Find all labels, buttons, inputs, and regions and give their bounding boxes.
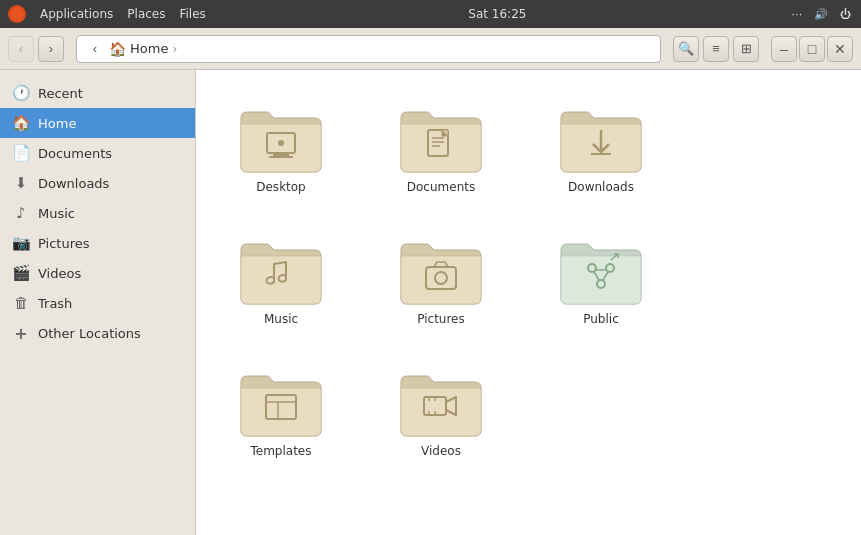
window-controls: – □ ✕ bbox=[771, 36, 853, 62]
sidebar-label-documents: Documents bbox=[38, 146, 112, 161]
recent-icon: 🕐 bbox=[12, 84, 30, 102]
documents-icon: 📄 bbox=[12, 144, 30, 162]
templates-folder-icon bbox=[236, 362, 326, 438]
sidebar-item-downloads[interactable]: ⬇ Downloads bbox=[0, 168, 195, 198]
sidebar-item-music[interactable]: ♪ Music bbox=[0, 198, 195, 228]
places-menu[interactable]: Places bbox=[127, 7, 165, 21]
close-button[interactable]: ✕ bbox=[827, 36, 853, 62]
public-folder-icon bbox=[556, 230, 646, 306]
toolbar: ‹ › ‹ 🏠 Home › 🔍 ≡ ⊞ – □ ✕ bbox=[0, 28, 861, 70]
power-icon[interactable]: ⏻ bbox=[837, 6, 853, 22]
sidebar-item-videos[interactable]: 🎬 Videos bbox=[0, 258, 195, 288]
sidebar-label-downloads: Downloads bbox=[38, 176, 109, 191]
home-icon: 🏠 bbox=[109, 41, 126, 57]
sidebar-item-documents[interactable]: 📄 Documents bbox=[0, 138, 195, 168]
public-label: Public bbox=[583, 312, 619, 326]
sidebar-label-pictures: Pictures bbox=[38, 236, 89, 251]
sidebar-label-trash: Trash bbox=[38, 296, 72, 311]
sidebar-label-music: Music bbox=[38, 206, 75, 221]
volume-icon[interactable]: 🔊 bbox=[813, 6, 829, 22]
desktop-label: Desktop bbox=[256, 180, 306, 194]
file-item-templates[interactable]: Templates bbox=[216, 354, 346, 466]
svg-rect-2 bbox=[269, 156, 293, 158]
location-text: Home bbox=[130, 41, 168, 56]
ubuntu-logo[interactable] bbox=[8, 5, 26, 23]
back-button[interactable]: ‹ bbox=[8, 36, 34, 62]
svg-point-3 bbox=[278, 140, 284, 146]
file-item-pictures[interactable]: Pictures bbox=[376, 222, 506, 334]
home-sidebar-icon: 🏠 bbox=[12, 114, 30, 132]
file-manager-window: ‹ › ‹ 🏠 Home › 🔍 ≡ ⊞ – □ ✕ 🕐 Recent bbox=[0, 28, 861, 535]
documents-label: Documents bbox=[407, 180, 475, 194]
system-time: Sat 16:25 bbox=[468, 7, 526, 21]
downloads-icon: ⬇ bbox=[12, 174, 30, 192]
desktop-folder-icon bbox=[236, 98, 326, 174]
file-item-downloads[interactable]: Downloads bbox=[536, 90, 666, 202]
sidebar-item-trash[interactable]: 🗑 Trash bbox=[0, 288, 195, 318]
file-item-music[interactable]: Music bbox=[216, 222, 346, 334]
music-label: Music bbox=[264, 312, 298, 326]
sidebar-label-home: Home bbox=[38, 116, 76, 131]
system-bar-right: ⋯ 🔊 ⏻ bbox=[789, 6, 853, 22]
system-bar: Applications Places Files Sat 16:25 ⋯ 🔊 … bbox=[0, 0, 861, 28]
minimize-button[interactable]: – bbox=[771, 36, 797, 62]
pictures-icon: 📷 bbox=[12, 234, 30, 252]
maximize-button[interactable]: □ bbox=[799, 36, 825, 62]
view-grid-button[interactable]: ⊞ bbox=[733, 36, 759, 62]
search-button[interactable]: 🔍 bbox=[673, 36, 699, 62]
files-menu[interactable]: Files bbox=[179, 7, 205, 21]
pictures-folder-icon bbox=[396, 230, 486, 306]
downloads-label: Downloads bbox=[568, 180, 634, 194]
sidebar-label-videos: Videos bbox=[38, 266, 81, 281]
system-bar-center: Sat 16:25 bbox=[206, 7, 789, 21]
file-item-documents[interactable]: Documents bbox=[376, 90, 506, 202]
file-item-videos[interactable]: Videos bbox=[376, 354, 506, 466]
sidebar-label-recent: Recent bbox=[38, 86, 83, 101]
system-bar-left: Applications Places Files bbox=[8, 5, 206, 23]
location-parent-button[interactable]: ‹ bbox=[85, 39, 105, 59]
pictures-label: Pictures bbox=[417, 312, 465, 326]
file-area: Desktop bbox=[196, 70, 861, 535]
view-list-button[interactable]: ≡ bbox=[703, 36, 729, 62]
location-forward-arrow: › bbox=[172, 42, 177, 56]
music-icon: ♪ bbox=[12, 204, 30, 222]
templates-label: Templates bbox=[250, 444, 311, 458]
sidebar-item-other-locations[interactable]: + Other Locations bbox=[0, 318, 195, 348]
sidebar: 🕐 Recent 🏠 Home 📄 Documents ⬇ Downloads … bbox=[0, 70, 196, 535]
app-menu[interactable]: Applications bbox=[40, 7, 113, 21]
file-item-desktop[interactable]: Desktop bbox=[216, 90, 346, 202]
sidebar-item-recent[interactable]: 🕐 Recent bbox=[0, 78, 195, 108]
location-bar: ‹ 🏠 Home › bbox=[76, 35, 661, 63]
main-content: 🕐 Recent 🏠 Home 📄 Documents ⬇ Downloads … bbox=[0, 70, 861, 535]
forward-button[interactable]: › bbox=[38, 36, 64, 62]
sidebar-item-home[interactable]: 🏠 Home bbox=[0, 108, 195, 138]
file-grid: Desktop bbox=[216, 90, 841, 466]
videos-icon: 🎬 bbox=[12, 264, 30, 282]
file-item-public[interactable]: Public bbox=[536, 222, 666, 334]
svg-rect-1 bbox=[273, 153, 289, 156]
documents-folder-icon bbox=[396, 98, 486, 174]
downloads-folder-icon bbox=[556, 98, 646, 174]
videos-label: Videos bbox=[421, 444, 461, 458]
trash-icon: 🗑 bbox=[12, 294, 30, 312]
sidebar-item-pictures[interactable]: 📷 Pictures bbox=[0, 228, 195, 258]
other-locations-icon: + bbox=[12, 324, 30, 342]
music-folder-icon bbox=[236, 230, 326, 306]
toolbar-right: 🔍 ≡ ⊞ bbox=[673, 36, 759, 62]
sidebar-label-other-locations: Other Locations bbox=[38, 326, 141, 341]
videos-folder-icon bbox=[396, 362, 486, 438]
network-icon: ⋯ bbox=[789, 6, 805, 22]
